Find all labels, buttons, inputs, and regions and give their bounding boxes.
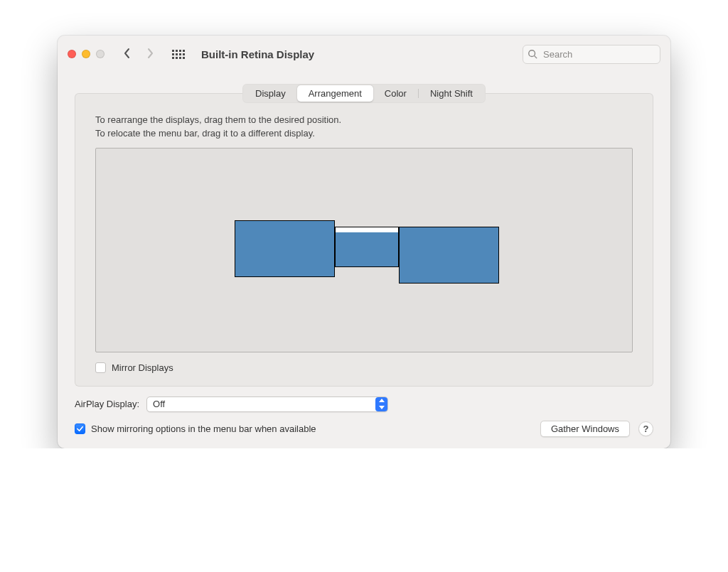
hint-line-2: To relocate the menu bar, drag it to a d… xyxy=(95,127,633,141)
tab-color[interactable]: Color xyxy=(373,85,418,102)
tab-bar: Display Arrangement Color Night Shift xyxy=(75,84,653,103)
chevron-right-icon xyxy=(145,47,155,62)
tab-arrangement[interactable]: Arrangement xyxy=(297,85,373,102)
arrangement-panel: To rearrange the displays, drag them to … xyxy=(75,93,653,387)
footer: AirPlay Display: Off Show mirroring opti… xyxy=(75,387,653,437)
menu-bar[interactable] xyxy=(336,227,398,232)
zoom-button[interactable] xyxy=(96,50,105,58)
display-2[interactable] xyxy=(335,227,399,267)
airplay-select[interactable]: Off xyxy=(146,396,388,412)
forward-button xyxy=(141,44,159,64)
show-mirroring-options-checkbox[interactable] xyxy=(75,423,85,434)
display-3[interactable] xyxy=(399,227,499,284)
mirror-displays-checkbox[interactable] xyxy=(95,362,106,373)
mirror-displays-row: Mirror Displays xyxy=(95,362,633,373)
window-toolbar: Built-in Retina Display xyxy=(58,36,670,72)
search-field[interactable] xyxy=(523,45,660,64)
show-all-button[interactable] xyxy=(168,44,188,64)
search-icon xyxy=(528,49,537,59)
mirror-displays-label: Mirror Displays xyxy=(112,362,173,373)
help-button[interactable]: ? xyxy=(638,421,653,436)
show-mirroring-options-label: Show mirroring options in the menu bar w… xyxy=(91,423,316,434)
select-stepper-icon xyxy=(375,397,387,411)
svg-line-1 xyxy=(535,56,537,59)
back-button[interactable] xyxy=(119,44,136,64)
gather-windows-button[interactable]: Gather Windows xyxy=(540,421,630,437)
svg-point-0 xyxy=(529,50,535,57)
system-preferences-window: Built-in Retina Display Display Arrangem… xyxy=(58,36,670,448)
airplay-row: AirPlay Display: Off xyxy=(75,396,653,412)
grid-icon xyxy=(172,50,185,59)
content-area: Display Arrangement Color Night Shift To… xyxy=(58,72,670,448)
tab-night-shift[interactable]: Night Shift xyxy=(419,85,484,102)
display-1[interactable] xyxy=(235,220,335,277)
bottom-row: Show mirroring options in the menu bar w… xyxy=(75,421,653,437)
hint-line-1: To rearrange the displays, drag them to … xyxy=(95,114,633,127)
traffic-lights xyxy=(68,50,105,58)
airplay-label: AirPlay Display: xyxy=(75,399,139,409)
search-input[interactable] xyxy=(523,45,660,64)
airplay-value: Off xyxy=(153,399,165,409)
minimize-button[interactable] xyxy=(82,50,90,58)
chevron-left-icon xyxy=(122,47,132,62)
window-title: Built-in Retina Display xyxy=(201,48,314,60)
arrangement-area[interactable] xyxy=(95,148,633,352)
close-button[interactable] xyxy=(68,50,76,58)
hint-text: To rearrange the displays, drag them to … xyxy=(95,114,633,141)
tab-display[interactable]: Display xyxy=(244,85,297,102)
